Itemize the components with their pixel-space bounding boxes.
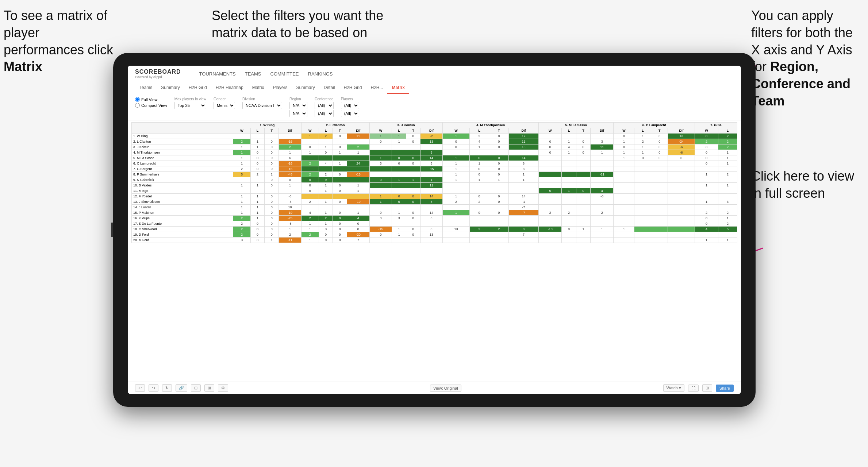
cell [718,166,737,172]
sub-col-t3: T [406,128,420,134]
cell [319,194,333,199]
max-players-select[interactable]: Top 25 [174,102,206,109]
cell [576,166,590,172]
nav-committee[interactable]: COMMITTEE [270,70,299,78]
cell [333,166,347,172]
cell [420,205,443,210]
cell: 1 [369,134,392,139]
cell: 2 [319,134,333,139]
cell: 0 [651,134,668,139]
cell: 13 [443,227,469,232]
cell: 0 [695,150,718,155]
cell [614,172,634,177]
undo-button[interactable]: ↩ [135,384,145,392]
redo-button[interactable]: ↪ [149,384,158,392]
zoom-in-button[interactable]: ⊞ [204,384,214,392]
player-name: 19. D Ford [132,232,233,238]
cell: 14 [509,194,539,199]
tab-matrix[interactable]: Matrix [248,82,269,94]
nav-teams[interactable]: TEAMS [245,70,261,78]
tab-matrix-active[interactable]: Matrix [387,82,409,94]
cell: 2 [469,227,489,232]
nav-items: TOURNAMENTS TEAMS COMMITTEE RANKINGS [199,70,333,78]
compact-view-label: Compact View [141,103,167,108]
cell [333,139,347,144]
nav-tournaments[interactable]: TOURNAMENTS [199,70,236,78]
region-select2[interactable]: N/A [289,110,307,117]
cell [614,166,634,172]
cell: 2 [718,221,737,227]
cell: -6 [668,150,695,155]
players-select2[interactable]: (All) [341,110,359,117]
compact-view-option[interactable]: Compact View [135,103,167,108]
tab-players[interactable]: Players [268,82,292,94]
cell: 1 [233,161,250,166]
refresh-button[interactable]: ↻ [162,384,172,392]
compact-view-radio[interactable] [135,103,140,108]
cell [576,194,590,199]
cell [614,238,634,243]
zoom-out-button[interactable]: ⊟ [191,384,201,392]
nav-rankings[interactable]: RANKINGS [308,70,333,78]
cell: 13 [420,232,443,238]
cell [489,232,509,238]
cell: -15 [369,227,392,232]
grid-button[interactable]: ⊞ [702,384,712,392]
tab-h2h-grid2[interactable]: H2H Grid [339,82,366,94]
view-original-button[interactable]: View: Original [430,385,461,392]
cell: 1 [392,177,406,183]
cell [651,216,668,221]
region-select[interactable]: N/A [289,102,307,109]
cell: 0 [333,227,347,232]
logo-sub: Powered by clippd [135,75,181,79]
tab-h2h-grid[interactable]: H2H Grid [184,82,211,94]
settings-button[interactable]: ⚙ [218,384,228,392]
cell [576,177,590,183]
cell: 0 [279,177,302,183]
player-name: 14. J Lundin [132,205,233,210]
cell [347,139,369,144]
tab-summary[interactable]: Summary [157,82,184,94]
annotation-bottom-right-text: Click here to view in full screen [751,169,854,201]
expand-button[interactable]: ⛶ [688,385,699,392]
cell: 1 [718,150,737,155]
cell: 2 [443,199,469,205]
cell [539,166,562,172]
cell: 1 [576,227,590,232]
cell: 6 [279,155,302,161]
sub-nav: Teams Summary H2H Grid H2H Heatmap Matri… [128,82,741,94]
sub-col-dif6: Dif [668,128,695,134]
tab-h2h-heatmap[interactable]: H2H Heatmap [211,82,248,94]
link-button[interactable]: 🔗 [176,384,187,392]
cell: 0 [651,144,668,150]
matrix-area[interactable]: 1. W Ding 2. L Clanton 3. J Koivun 4. M … [128,120,741,382]
cell [406,172,420,177]
share-button[interactable]: Share [716,385,734,392]
gender-select[interactable]: Men's [214,102,235,109]
cell: 0 [265,232,279,238]
tab-h2h2[interactable]: H2H... [366,82,387,94]
tab-teams[interactable]: Teams [135,82,157,94]
conference-select[interactable]: (All) [315,102,334,109]
tab-summary2[interactable]: Summary [292,82,319,94]
players-select[interactable]: (All) [341,102,359,109]
conference-select2[interactable]: (All) [315,110,334,117]
toolbar-center: View: Original [430,385,461,392]
full-view-option[interactable]: Full View [135,97,167,102]
cell: 11 [347,134,369,139]
cell: 1 [250,216,265,221]
cell: 0 [392,199,406,205]
cell: 1 [406,177,420,183]
cell: 6 [420,161,443,166]
cell [562,134,576,139]
tab-detail[interactable]: Detail [319,82,339,94]
cell: -16 [279,166,302,172]
cell [420,238,443,243]
full-view-radio[interactable] [135,97,140,102]
cell: 0 [406,155,420,161]
division-select[interactable]: NCAA Division I [242,102,282,109]
cell: 2 [718,139,737,144]
watch-button[interactable]: Watch ▾ [663,384,684,392]
cell: 1 [562,150,576,155]
cell [233,134,250,139]
